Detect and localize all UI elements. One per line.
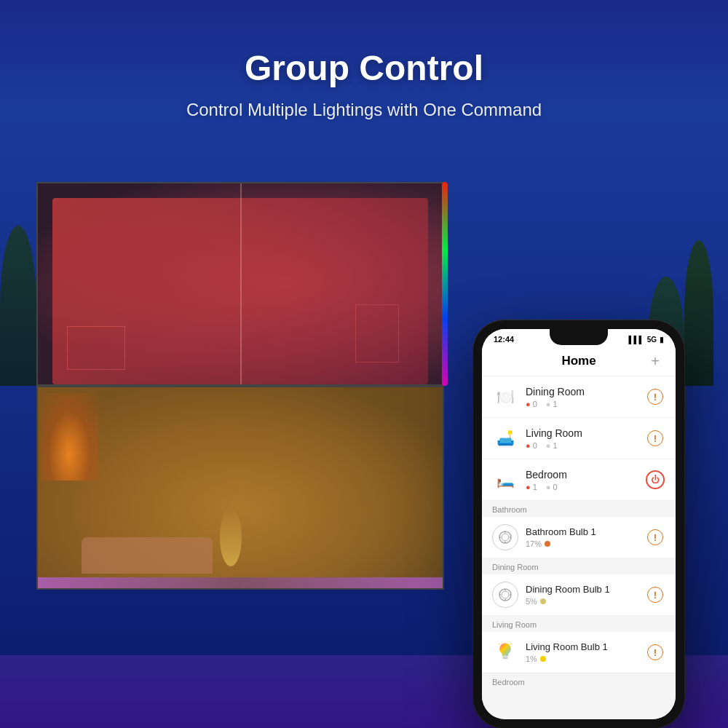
phone-outer: 12:44 ▌▌▌ 5G ▮ Home + 🍽️ Dinin bbox=[473, 320, 684, 728]
signal-bars: ▌▌▌ bbox=[628, 336, 644, 344]
svg-point-1 bbox=[502, 534, 509, 541]
room-item-dining[interactable]: 🍽️ Dining Room ● 0 ● 1 ! bbox=[482, 376, 676, 418]
dining-room-name: Dining Room bbox=[526, 386, 638, 397]
living-room-devices: ● 0 ● 1 bbox=[526, 441, 638, 450]
living-bulb-action[interactable]: ! bbox=[645, 642, 665, 662]
living-on-count: ● 0 bbox=[526, 441, 537, 450]
notch bbox=[550, 329, 608, 345]
bulb-living-1[interactable]: Living Room Bulb 1 1% ! bbox=[482, 632, 676, 673]
living-bulb-name: Living Room Bulb 1 bbox=[526, 641, 638, 652]
header-area: Group Control Control Multiple Lightings… bbox=[0, 0, 728, 167]
tree3 bbox=[0, 226, 36, 386]
status-right: ▌▌▌ 5G ▮ bbox=[628, 336, 664, 344]
house-upper bbox=[36, 182, 444, 386]
dining-room-icon: 🍽️ bbox=[492, 384, 518, 410]
bedroom-info: Bedroom ● 1 ● 0 bbox=[526, 469, 638, 491]
dining-bulb-status: 5% bbox=[526, 597, 638, 606]
section-bedroom: Bedroom bbox=[482, 673, 676, 689]
dining-bulb-action[interactable]: ! bbox=[645, 585, 665, 605]
sub-title: Control Multiple Lightings with One Comm… bbox=[186, 100, 542, 120]
room-item-living[interactable]: 🛋️ Living Room ● 0 ● 1 ! bbox=[482, 418, 676, 459]
bedroom-off-count: ● 0 bbox=[546, 483, 558, 491]
phone-mockup: 12:44 ▌▌▌ 5G ▮ Home + 🍽️ Dinin bbox=[473, 320, 684, 728]
section-dining: Dining Room bbox=[482, 558, 676, 574]
bathroom-bulb-icon bbox=[492, 524, 518, 550]
section-bathroom: Bathroom bbox=[482, 501, 676, 517]
svg-rect-13 bbox=[503, 657, 508, 659]
dining-bulb-icon bbox=[492, 582, 518, 608]
bulb-dining-1[interactable]: Dining Room Bulb 1 5% ! bbox=[482, 574, 676, 616]
living-bulb-status: 1% bbox=[526, 654, 638, 663]
dining-room-devices: ● 0 ● 1 bbox=[526, 400, 638, 408]
tree bbox=[684, 240, 713, 386]
add-button[interactable]: + bbox=[646, 352, 664, 370]
living-alert-icon[interactable]: ! bbox=[647, 430, 663, 446]
app-title: Home bbox=[511, 354, 646, 368]
dining-bulb-alert[interactable]: ! bbox=[647, 587, 663, 603]
network-type: 5G bbox=[647, 336, 657, 344]
living-bulb-info: Living Room Bulb 1 1% bbox=[526, 641, 638, 663]
dining-on-count: ● 0 bbox=[526, 400, 537, 408]
section-living: Living Room bbox=[482, 616, 676, 632]
living-status-dot bbox=[540, 656, 546, 662]
living-room-action[interactable]: ! bbox=[645, 428, 665, 448]
rooms-list[interactable]: 🍽️ Dining Room ● 0 ● 1 ! bbox=[482, 376, 676, 719]
svg-line-15 bbox=[499, 644, 499, 644]
living-room-info: Living Room ● 0 ● 1 bbox=[526, 427, 638, 450]
battery-icon: ▮ bbox=[660, 336, 664, 344]
dining-alert-icon[interactable]: ! bbox=[647, 389, 663, 405]
dining-room-action[interactable]: ! bbox=[645, 387, 665, 407]
svg-point-6 bbox=[499, 589, 511, 601]
bathroom-bulb-info: Bathroom Bulb 1 17% bbox=[526, 526, 638, 548]
fireplace bbox=[40, 393, 98, 480]
bathroom-bulb-alert[interactable]: ! bbox=[647, 529, 663, 545]
app-header: Home + bbox=[482, 347, 676, 376]
time: 12:44 bbox=[494, 335, 514, 344]
dining-bulb-info: Dining Room Bulb 1 5% bbox=[526, 584, 638, 606]
bedroom-on-count: ● 1 bbox=[526, 483, 537, 491]
dining-room-info: Dining Room ● 0 ● 1 bbox=[526, 386, 638, 408]
bathroom-bulb-name: Bathroom Bulb 1 bbox=[526, 526, 638, 537]
dining-bulb-name: Dining Room Bulb 1 bbox=[526, 584, 638, 595]
bedroom-power-icon[interactable]: ⏻ bbox=[646, 470, 665, 489]
main-title: Group Control bbox=[245, 48, 483, 88]
living-room-name: Living Room bbox=[526, 427, 638, 439]
bulb-bathroom-1[interactable]: Bathroom Bulb 1 17% ! bbox=[482, 517, 676, 558]
bathroom-bulb-status: 17% bbox=[526, 539, 638, 548]
bedroom-name: Bedroom bbox=[526, 469, 638, 480]
dining-status-dot bbox=[540, 598, 546, 604]
dining-off-count: ● 1 bbox=[546, 400, 558, 408]
living-bulb-icon bbox=[492, 639, 518, 665]
rgb-strip bbox=[442, 182, 448, 386]
bathroom-status-dot bbox=[545, 541, 550, 547]
living-room-icon: 🛋️ bbox=[492, 425, 518, 451]
svg-point-0 bbox=[499, 531, 511, 543]
bedroom-devices: ● 1 ● 0 bbox=[526, 483, 638, 491]
bedroom-action[interactable]: ⏻ bbox=[645, 470, 665, 490]
bedroom-icon: 🛏️ bbox=[492, 467, 518, 493]
bathroom-bulb-action[interactable]: ! bbox=[645, 527, 665, 547]
living-off-count: ● 1 bbox=[546, 441, 558, 450]
living-bulb-alert[interactable]: ! bbox=[647, 644, 663, 660]
room-item-bedroom[interactable]: 🛏️ Bedroom ● 1 ● 0 ⏻ bbox=[482, 459, 676, 501]
svg-line-16 bbox=[511, 644, 512, 644]
svg-rect-12 bbox=[502, 656, 509, 657]
svg-point-7 bbox=[502, 591, 509, 598]
phone-screen: 12:44 ▌▌▌ 5G ▮ Home + 🍽️ Dinin bbox=[482, 329, 676, 719]
